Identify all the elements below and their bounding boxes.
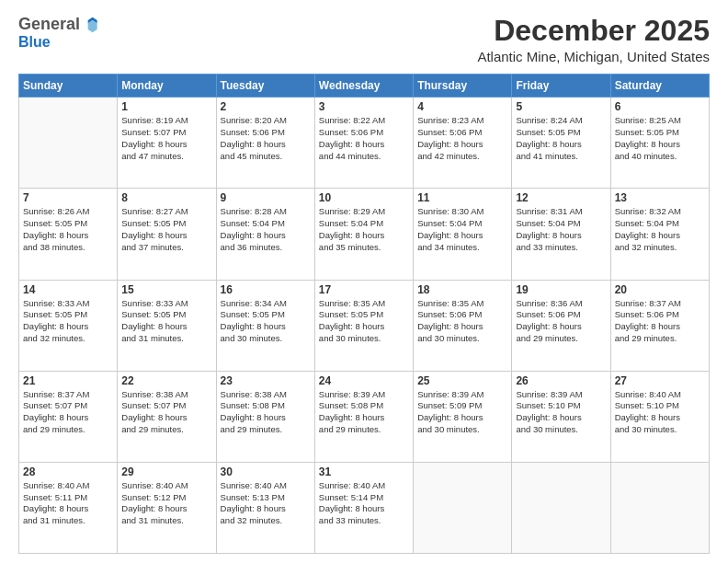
calendar-cell: 2Sunrise: 8:20 AM Sunset: 5:06 PM Daylig… (216, 98, 314, 189)
day-info: Sunrise: 8:25 AM Sunset: 5:05 PM Dayligh… (615, 115, 705, 162)
calendar-cell: 31Sunrise: 8:40 AM Sunset: 5:14 PM Dayli… (314, 462, 413, 553)
day-info: Sunrise: 8:24 AM Sunset: 5:05 PM Dayligh… (516, 115, 606, 162)
day-number: 30 (221, 465, 311, 478)
calendar-cell: 1Sunrise: 8:19 AM Sunset: 5:07 PM Daylig… (118, 98, 216, 189)
header: General Blue December 2025 Atlantic Mine… (18, 15, 710, 64)
calendar-cell: 5Sunrise: 8:24 AM Sunset: 5:05 PM Daylig… (512, 98, 610, 189)
calendar-week-row: 1Sunrise: 8:19 AM Sunset: 5:07 PM Daylig… (19, 98, 710, 189)
day-info: Sunrise: 8:38 AM Sunset: 5:07 PM Dayligh… (121, 389, 211, 436)
calendar-cell: 24Sunrise: 8:39 AM Sunset: 5:08 PM Dayli… (314, 371, 413, 462)
calendar-cell: 23Sunrise: 8:38 AM Sunset: 5:08 PM Dayli… (216, 371, 314, 462)
calendar-cell: 7Sunrise: 8:26 AM Sunset: 5:05 PM Daylig… (19, 189, 118, 280)
day-number: 9 (221, 191, 311, 204)
day-number: 11 (417, 191, 507, 204)
day-info: Sunrise: 8:32 AM Sunset: 5:04 PM Dayligh… (615, 206, 705, 253)
logo-general: General (18, 15, 80, 34)
day-number: 19 (516, 283, 606, 296)
calendar-week-row: 7Sunrise: 8:26 AM Sunset: 5:05 PM Daylig… (19, 189, 710, 280)
day-info: Sunrise: 8:34 AM Sunset: 5:05 PM Dayligh… (221, 298, 311, 345)
day-info: Sunrise: 8:19 AM Sunset: 5:07 PM Dayligh… (121, 115, 211, 162)
calendar-cell: 13Sunrise: 8:32 AM Sunset: 5:04 PM Dayli… (610, 189, 709, 280)
calendar-cell: 26Sunrise: 8:39 AM Sunset: 5:10 PM Dayli… (512, 371, 610, 462)
day-number: 22 (121, 374, 211, 387)
calendar-cell: 4Sunrise: 8:23 AM Sunset: 5:06 PM Daylig… (414, 98, 512, 189)
calendar-cell: 16Sunrise: 8:34 AM Sunset: 5:05 PM Dayli… (216, 280, 314, 371)
day-info: Sunrise: 8:39 AM Sunset: 5:08 PM Dayligh… (319, 389, 409, 436)
day-number: 16 (221, 283, 311, 296)
day-header-wednesday: Wednesday (314, 75, 413, 98)
day-info: Sunrise: 8:36 AM Sunset: 5:06 PM Dayligh… (516, 298, 606, 345)
day-number: 23 (221, 374, 311, 387)
day-number: 7 (23, 191, 113, 204)
day-number: 13 (615, 191, 705, 204)
day-header-friday: Friday (512, 75, 610, 98)
calendar-cell: 29Sunrise: 8:40 AM Sunset: 5:12 PM Dayli… (118, 462, 216, 553)
calendar-cell: 10Sunrise: 8:29 AM Sunset: 5:04 PM Dayli… (314, 189, 413, 280)
calendar-cell (610, 462, 709, 553)
day-info: Sunrise: 8:28 AM Sunset: 5:04 PM Dayligh… (221, 206, 311, 253)
day-number: 1 (121, 100, 211, 113)
calendar-cell: 3Sunrise: 8:22 AM Sunset: 5:06 PM Daylig… (314, 98, 413, 189)
day-info: Sunrise: 8:33 AM Sunset: 5:05 PM Dayligh… (23, 298, 113, 345)
day-info: Sunrise: 8:39 AM Sunset: 5:10 PM Dayligh… (516, 389, 606, 436)
logo-icon (82, 16, 100, 34)
day-number: 29 (121, 465, 211, 478)
page: General Blue December 2025 Atlantic Mine… (0, 0, 728, 563)
calendar-cell: 18Sunrise: 8:35 AM Sunset: 5:06 PM Dayli… (414, 280, 512, 371)
day-header-monday: Monday (118, 75, 216, 98)
day-number: 3 (319, 100, 409, 113)
calendar-cell: 27Sunrise: 8:40 AM Sunset: 5:10 PM Dayli… (610, 371, 709, 462)
day-number: 2 (221, 100, 311, 113)
day-number: 27 (615, 374, 705, 387)
calendar-table: SundayMondayTuesdayWednesdayThursdayFrid… (18, 74, 710, 554)
calendar-week-row: 21Sunrise: 8:37 AM Sunset: 5:07 PM Dayli… (19, 371, 710, 462)
day-number: 20 (615, 283, 705, 296)
day-number: 28 (23, 465, 113, 478)
calendar-cell: 17Sunrise: 8:35 AM Sunset: 5:05 PM Dayli… (314, 280, 413, 371)
calendar-cell: 19Sunrise: 8:36 AM Sunset: 5:06 PM Dayli… (512, 280, 610, 371)
calendar-cell: 9Sunrise: 8:28 AM Sunset: 5:04 PM Daylig… (216, 189, 314, 280)
day-info: Sunrise: 8:40 AM Sunset: 5:12 PM Dayligh… (121, 480, 211, 527)
day-info: Sunrise: 8:27 AM Sunset: 5:05 PM Dayligh… (121, 206, 211, 253)
calendar-week-row: 28Sunrise: 8:40 AM Sunset: 5:11 PM Dayli… (19, 462, 710, 553)
day-info: Sunrise: 8:37 AM Sunset: 5:06 PM Dayligh… (615, 298, 705, 345)
day-number: 4 (417, 100, 507, 113)
day-number: 21 (23, 374, 113, 387)
calendar-cell: 8Sunrise: 8:27 AM Sunset: 5:05 PM Daylig… (118, 189, 216, 280)
day-info: Sunrise: 8:30 AM Sunset: 5:04 PM Dayligh… (417, 206, 507, 253)
calendar-week-row: 14Sunrise: 8:33 AM Sunset: 5:05 PM Dayli… (19, 280, 710, 371)
month-title: December 2025 (477, 15, 710, 47)
day-info: Sunrise: 8:40 AM Sunset: 5:14 PM Dayligh… (319, 480, 409, 527)
day-info: Sunrise: 8:40 AM Sunset: 5:13 PM Dayligh… (221, 480, 311, 527)
calendar-cell: 12Sunrise: 8:31 AM Sunset: 5:04 PM Dayli… (512, 189, 610, 280)
calendar-cell (414, 462, 512, 553)
day-number: 5 (516, 100, 606, 113)
day-info: Sunrise: 8:29 AM Sunset: 5:04 PM Dayligh… (319, 206, 409, 253)
day-number: 10 (319, 191, 409, 204)
day-number: 31 (319, 465, 409, 478)
day-number: 24 (319, 374, 409, 387)
day-number: 6 (615, 100, 705, 113)
calendar-cell: 15Sunrise: 8:33 AM Sunset: 5:05 PM Dayli… (118, 280, 216, 371)
day-header-thursday: Thursday (414, 75, 512, 98)
day-info: Sunrise: 8:20 AM Sunset: 5:06 PM Dayligh… (221, 115, 311, 162)
day-number: 25 (417, 374, 507, 387)
calendar-cell: 25Sunrise: 8:39 AM Sunset: 5:09 PM Dayli… (414, 371, 512, 462)
day-number: 14 (23, 283, 113, 296)
day-number: 12 (516, 191, 606, 204)
day-header-sunday: Sunday (19, 75, 118, 98)
calendar-cell: 28Sunrise: 8:40 AM Sunset: 5:11 PM Dayli… (19, 462, 118, 553)
day-info: Sunrise: 8:22 AM Sunset: 5:06 PM Dayligh… (319, 115, 409, 162)
day-header-tuesday: Tuesday (216, 75, 314, 98)
calendar-cell (19, 98, 118, 189)
day-number: 26 (516, 374, 606, 387)
day-info: Sunrise: 8:37 AM Sunset: 5:07 PM Dayligh… (23, 389, 113, 436)
calendar-cell: 21Sunrise: 8:37 AM Sunset: 5:07 PM Dayli… (19, 371, 118, 462)
location-title: Atlantic Mine, Michigan, United States (477, 49, 710, 64)
day-number: 15 (121, 283, 211, 296)
day-info: Sunrise: 8:35 AM Sunset: 5:06 PM Dayligh… (417, 298, 507, 345)
calendar-cell: 20Sunrise: 8:37 AM Sunset: 5:06 PM Dayli… (610, 280, 709, 371)
day-info: Sunrise: 8:31 AM Sunset: 5:04 PM Dayligh… (516, 206, 606, 253)
calendar-cell: 22Sunrise: 8:38 AM Sunset: 5:07 PM Dayli… (118, 371, 216, 462)
day-number: 8 (121, 191, 211, 204)
